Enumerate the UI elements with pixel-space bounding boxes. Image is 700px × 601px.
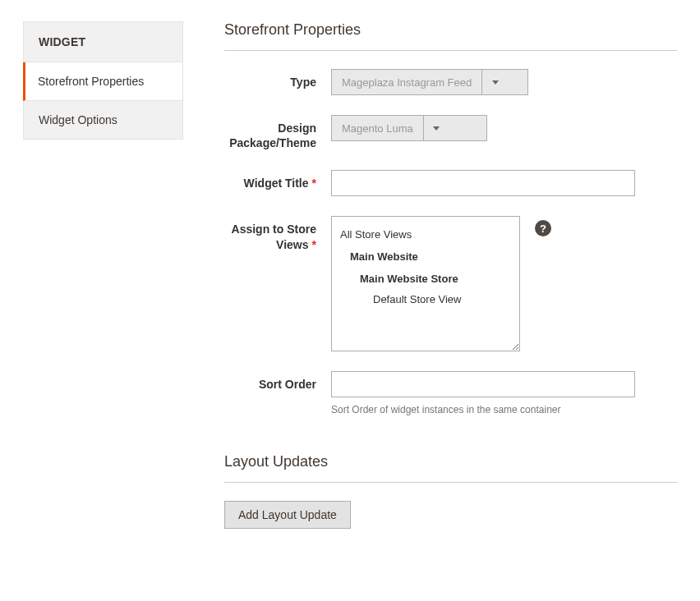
sidebar: WIDGET Storefront Properties Widget Opti… <box>23 21 183 529</box>
widget-title-input[interactable] <box>331 170 635 196</box>
row-design-theme: Design Package/Theme Magento Luma <box>224 115 677 150</box>
row-type: Type Mageplaza Instagram Feed <box>224 69 677 95</box>
sidebar-tab-label: Widget Options <box>39 113 117 126</box>
label-type: Type <box>224 69 331 89</box>
type-select-value: Mageplaza Instagram Feed <box>332 70 481 94</box>
store-option-main-website[interactable]: Main Website <box>340 249 511 264</box>
section-title-storefront: Storefront Properties <box>224 21 677 51</box>
design-theme-select-value: Magento Luma <box>332 116 423 140</box>
sidebar-tab-label: Storefront Properties <box>38 75 144 88</box>
store-option-all[interactable]: All Store Views <box>340 227 511 242</box>
field-design-theme: Magento Luma <box>331 115 677 141</box>
sidebar-header: WIDGET <box>23 21 183 62</box>
chevron-down-icon <box>423 116 449 140</box>
sidebar-tab-widget-options[interactable]: Widget Options <box>23 101 183 140</box>
help-icon-glyph: ? <box>540 223 546 235</box>
label-design-theme: Design Package/Theme <box>224 115 331 150</box>
section-title-layout-updates: Layout Updates <box>224 453 677 483</box>
store-option-main-website-store[interactable]: Main Website Store <box>340 271 511 287</box>
label-text: Widget Title <box>244 177 309 190</box>
label-text: Assign to Store Views <box>232 223 316 250</box>
label-widget-title: Widget Title* <box>224 170 331 190</box>
label-sort-order: Sort Order <box>224 371 331 392</box>
label-text: Type <box>290 76 316 89</box>
row-assign-store-views: Assign to Store Views* All Store Views M… <box>224 216 677 351</box>
sort-order-input[interactable] <box>331 371 635 397</box>
required-asterisk: * <box>312 238 316 251</box>
main: Storefront Properties Type Mageplaza Ins… <box>224 21 677 529</box>
add-layout-update-button[interactable]: Add Layout Update <box>224 501 351 529</box>
store-option-default-store-view[interactable]: Default Store View <box>340 291 511 307</box>
row-sort-order: Sort Order Sort Order of widget instance… <box>224 371 677 415</box>
type-select-disabled: Mageplaza Instagram Feed <box>331 69 528 95</box>
chevron-down-icon <box>481 70 508 94</box>
field-assign-store-views: All Store Views Main Website Main Websit… <box>331 216 677 351</box>
row-widget-title: Widget Title* <box>224 170 677 196</box>
design-theme-select-disabled: Magento Luma <box>331 115 487 141</box>
field-sort-order: Sort Order of widget instances in the sa… <box>331 371 677 415</box>
label-assign-store-views: Assign to Store Views* <box>224 216 331 251</box>
required-asterisk: * <box>312 177 316 190</box>
label-text: Sort Order <box>259 378 316 391</box>
sidebar-tab-storefront-properties[interactable]: Storefront Properties <box>23 62 183 101</box>
store-views-listbox[interactable]: All Store Views Main Website Main Websit… <box>331 216 520 351</box>
help-icon[interactable]: ? <box>535 220 551 236</box>
sort-order-hint: Sort Order of widget instances in the sa… <box>331 404 677 415</box>
field-widget-title <box>331 170 677 196</box>
field-type: Mageplaza Instagram Feed <box>331 69 677 95</box>
label-text: Design Package/Theme <box>229 122 316 149</box>
